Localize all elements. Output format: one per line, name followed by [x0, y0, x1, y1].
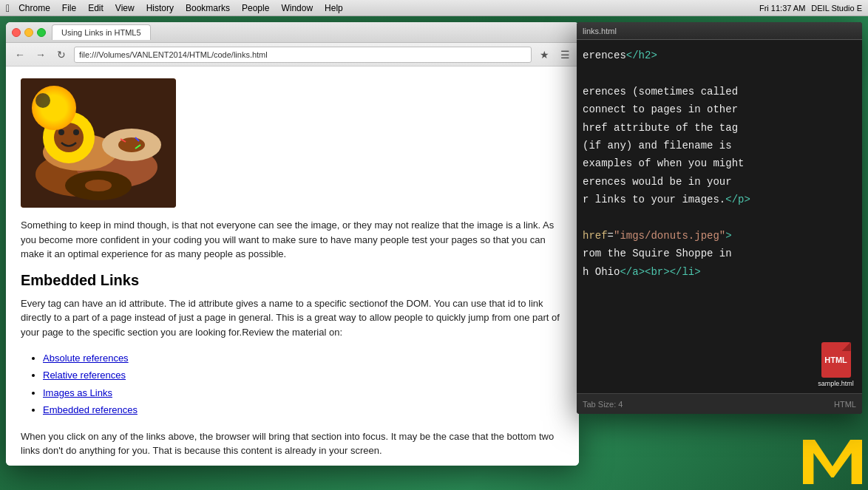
browser-tab[interactable]: Using Links in HTML5 [52, 24, 151, 40]
list-item-absolute: Absolute references [43, 350, 564, 367]
menu-people[interactable]: People [242, 3, 269, 13]
back-button[interactable]: ← [12, 47, 28, 63]
donut-image [21, 78, 176, 208]
code-line-9: r links to your images.</p> [583, 191, 856, 208]
svg-point-19 [73, 129, 79, 135]
reference-list: Absolute references Relative references … [43, 350, 564, 419]
desktop: USB MDIG_Camera_O riginals_2 Macintosh H… [0, 16, 868, 490]
language-label: HTML [834, 400, 856, 409]
menu-bookmarks[interactable]: Bookmarks [186, 3, 230, 13]
code-line-7: examples of when you might [583, 155, 856, 171]
menubar:  Chrome File Edit View History Bookmark… [0, 0, 868, 16]
menu-window[interactable]: Window [281, 3, 313, 13]
body-text-2: Every tag can have an id attribute. The … [21, 296, 564, 340]
menu-time: Fri 11:37 AM [759, 4, 805, 13]
menu-file[interactable]: File [62, 3, 76, 13]
code-line-5: href attribute of the tag [583, 120, 856, 136]
menubar-items: Chrome File Edit View History Bookmarks … [18, 3, 343, 13]
code-line-8: erences would be in your [583, 174, 856, 190]
menu-help[interactable]: Help [325, 3, 343, 13]
chrome-toolbar: ← → ↻ file:///Volumes/VANLENT2014/HTML/c… [6, 43, 579, 67]
close-button[interactable] [12, 28, 21, 37]
list-item-relative: Relative references [43, 367, 564, 384]
code-line-6: (if any) and filename is [583, 137, 856, 154]
relative-references-link[interactable]: Relative references [43, 370, 126, 381]
menu-history[interactable]: History [146, 3, 174, 13]
tab-size-label: Tab Size: 4 [583, 400, 623, 409]
menu-chrome[interactable]: Chrome [18, 3, 50, 13]
embedded-references-link[interactable]: Embedded references [43, 404, 138, 415]
minimize-button[interactable] [24, 28, 33, 37]
chrome-window: Using Links in HTML5 ← → ↻ file:///Volum… [6, 22, 579, 466]
code-line-12: rom the Squire Shoppe in [583, 245, 856, 262]
html-file-label: sample.html [818, 380, 854, 387]
code-line-4: connect to pages in other [583, 101, 856, 118]
code-line-1: erences</h2> [583, 47, 856, 64]
menu-button[interactable]: ☰ [557, 47, 573, 63]
bookmark-button[interactable]: ★ [536, 47, 552, 63]
svg-point-26 [85, 180, 112, 191]
address-bar[interactable]: file:///Volumes/VANLENT2014/HTML/code/li… [74, 47, 532, 63]
menubar-right: Fri 11:37 AM DEIL Studio E [759, 0, 862, 16]
code-line-13: h Ohio</a><br></li> [583, 264, 856, 280]
html-file-box: HTML [821, 342, 851, 378]
svg-point-17 [54, 123, 84, 152]
maximize-button[interactable] [37, 28, 46, 37]
forward-button[interactable]: → [33, 47, 49, 63]
code-editor-window: links.html erences</h2> erences (sometim… [577, 22, 862, 414]
list-item-embedded: Embedded references [43, 401, 564, 418]
html-file-icon[interactable]: HTML sample.html [816, 342, 856, 387]
code-titlebar: links.html [577, 22, 862, 40]
refresh-button[interactable]: ↻ [53, 47, 69, 63]
page-content: Something to keep in mind though, is tha… [6, 67, 579, 466]
menu-view[interactable]: View [115, 3, 135, 13]
block-m-logo [803, 440, 862, 484]
images-as-links-link[interactable]: Images as Links [43, 387, 112, 398]
menu-app: DEIL Studio E [811, 4, 862, 13]
body-text-1: Something to keep in mind though, is tha… [21, 218, 564, 262]
apple-menu[interactable]:  [6, 2, 10, 14]
code-content: erences</h2> erences (sometimes called c… [577, 40, 862, 393]
embedded-links-heading: Embedded Links [21, 272, 564, 289]
traffic-lights [12, 28, 46, 37]
absolute-references-link[interactable]: Absolute references [43, 353, 129, 364]
code-line-2 [583, 65, 856, 81]
code-line-3: erences (sometimes called [583, 84, 856, 100]
svg-point-18 [58, 129, 64, 135]
code-line-10 [583, 210, 856, 226]
menu-edit[interactable]: Edit [88, 3, 104, 13]
body-text-3: When you click on any of the links above… [21, 429, 564, 458]
michigan-logo [803, 440, 862, 484]
code-statusbar: Tab Size: 4 HTML [577, 393, 862, 414]
list-item-images: Images as Links [43, 384, 564, 401]
code-line-11: href="imgs/donuts.jpeg"> [583, 228, 856, 244]
chrome-titlebar: Using Links in HTML5 [6, 22, 579, 43]
